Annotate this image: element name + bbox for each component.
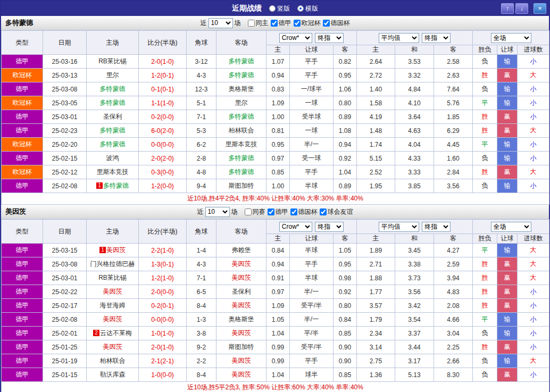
result-cell: 胜	[473, 285, 497, 299]
date-cell: 25-02-01	[43, 327, 87, 340]
asian-away-odds-cell: 0.85	[334, 368, 357, 382]
filter-checkbox[interactable]: 德国杯	[290, 207, 318, 216]
filter-checkbox[interactable]: 德甲	[271, 19, 291, 28]
euro-away-odds-cell: 3.94	[434, 271, 473, 285]
filter-checkbox-input[interactable]	[323, 20, 330, 27]
home-team-cell: 1多特蒙德	[87, 179, 139, 193]
filter-checkbox-input[interactable]	[294, 20, 301, 27]
euro-home-odds-cell: 1.74	[357, 138, 395, 152]
asian-away-odds-cell: 1.04	[334, 165, 357, 179]
corner-cell: 8-4	[187, 368, 216, 382]
fulltime-scope-select[interactable]: 全场	[491, 222, 531, 232]
home-team-cell: 里尔	[87, 69, 139, 82]
corner-cell: 1-3	[187, 313, 216, 327]
filter-checkbox[interactable]: 同赛	[245, 207, 265, 216]
euro-odds-time-select[interactable]: 终指	[422, 33, 451, 43]
match-count-select[interactable]: 10	[205, 207, 230, 217]
match-count-select[interactable]: 10	[209, 18, 233, 28]
euro-home-odds-cell: 5.15	[357, 152, 395, 165]
col-header-type: 类型	[2, 220, 43, 244]
euro-home-odds-cell: 1.89	[357, 244, 395, 257]
euro-away-odds-cell: 2.59	[434, 257, 473, 271]
score-cell: 2-0(1-0)	[139, 55, 187, 69]
euro-odds-source-select[interactable]: 平均值	[379, 33, 419, 43]
team-section-dortmund: 多特蒙德 近 10 场 同主德甲欧冠杯德国杯 类型 日期 主场 比分(半场) 角…	[1, 16, 549, 205]
handicap-cell: 一/球半	[290, 82, 334, 96]
match-row: 德甲25-03-151美因茨2-2(1-0)1-4弗赖堡0.84半球1.051.…	[2, 244, 549, 257]
match-row: 德甲25-02-08美因茨0-0(0-0)1-3奥格斯堡1.05半/一0.841…	[2, 313, 549, 327]
handicap-cell: 受半球	[290, 110, 334, 124]
away-team-cell: 美因茨	[216, 327, 266, 340]
vertical-layout-radio-input[interactable]	[269, 5, 276, 12]
home-team-cell: 美因茨	[87, 285, 139, 299]
score-cell: 1-2(0-1)	[139, 69, 187, 82]
league-cell: 欧冠杯	[2, 165, 43, 179]
euro-odds-source-select[interactable]: 平均值	[379, 222, 419, 232]
score-cell: 1-0(1-0)	[139, 327, 187, 340]
goals-cell: 小	[518, 110, 549, 124]
handicap-cell: 平手	[290, 354, 334, 368]
result-cell: 负	[473, 55, 497, 69]
filter-checkbox[interactable]: 德甲	[268, 207, 288, 216]
corner-cell: 9-4	[187, 179, 216, 193]
filter-checkbox[interactable]: 球会友谊	[320, 207, 353, 216]
filter-bar: 近 10 场 同赛德甲德国杯球会友谊	[1, 207, 549, 217]
euro-odds-time-select[interactable]: 终指	[422, 222, 451, 232]
fulltime-scope-select[interactable]: 全场	[491, 33, 531, 43]
home-team-cell: 海登海姆	[87, 299, 139, 313]
layout-radio-vertical[interactable]: 竖版	[269, 4, 290, 13]
team-badge: 1	[96, 182, 103, 189]
result-cell: 胜	[473, 271, 497, 285]
score-cell: 2-0(1-0)	[139, 340, 187, 354]
league-cell: 德甲	[2, 55, 43, 69]
filter-checkbox[interactable]: 欧冠杯	[294, 19, 321, 28]
handicap-result-cell: 输	[497, 96, 518, 110]
matches-table: 类型 日期 主场 比分(半场) 角球 客场 Crow* 终指 平均值 终指	[1, 30, 549, 205]
filter-checkbox-input[interactable]	[320, 208, 327, 215]
goals-cell: 小	[518, 82, 549, 96]
filter-checkbox-input[interactable]	[290, 208, 297, 215]
bookmaker-select[interactable]: Crow*	[279, 222, 312, 232]
corner-cell: 7-1	[187, 110, 216, 124]
euro-odds-group-header: 平均值 终指	[357, 220, 473, 234]
corner-cell: 4-3	[187, 69, 216, 82]
date-cell: 25-02-08	[43, 313, 87, 327]
handicap-result-cell: 赢	[497, 124, 518, 138]
euro-away-odds-cell: 6.29	[434, 124, 473, 138]
result-cell: 胜	[473, 340, 497, 354]
horizontal-layout-radio-input[interactable]	[297, 5, 304, 12]
filter-checkbox[interactable]: 德国杯	[323, 19, 350, 28]
asian-home-odds-cell: 0.84	[266, 244, 290, 257]
scroll-down-button[interactable]: ↓	[515, 3, 528, 14]
filter-checkbox-input[interactable]	[271, 20, 278, 27]
asian-odds-time-select[interactable]: 终指	[315, 33, 344, 43]
date-cell: 25-03-05	[43, 96, 87, 110]
euro-home-odds-cell: 2.34	[357, 327, 395, 340]
league-cell: 德甲	[2, 299, 43, 313]
asian-away-odds-cell: 0.82	[334, 55, 357, 69]
away-team-cell: 斯图加特	[216, 340, 266, 354]
euro-home-odds-cell: 2.71	[357, 257, 395, 271]
home-team-cell: 多特蒙德	[87, 82, 139, 96]
euro-draw-odds-cell: 3.17	[395, 354, 434, 368]
asian-odds-time-select[interactable]: 终指	[315, 222, 344, 232]
filter-checkbox-input[interactable]	[248, 20, 255, 27]
euro-draw-odds-cell: 3.56	[395, 285, 434, 299]
handicap-result-cell: 输	[497, 327, 518, 340]
layout-radio-horizontal[interactable]: 横版	[297, 4, 318, 13]
handicap-result-cell: 输	[497, 82, 518, 96]
scroll-up-button[interactable]: ↑	[501, 3, 514, 14]
euro-odds-group-header: 平均值 终指	[357, 31, 473, 45]
date-cell: 25-03-16	[43, 55, 87, 69]
close-button[interactable]: ×	[534, 3, 546, 14]
goals-cell: 小	[518, 299, 549, 313]
filter-checkbox[interactable]: 同主	[248, 19, 269, 28]
asian-home-odds-cell: 1.09	[266, 96, 290, 110]
col-header-away: 客场	[216, 31, 266, 55]
bookmaker-select[interactable]: Crow*	[279, 33, 312, 43]
league-cell: 德甲	[2, 257, 43, 271]
asian-home-odds-cell: 1.04	[266, 368, 290, 382]
filter-checkbox-input[interactable]	[268, 208, 274, 215]
filter-checkbox-input[interactable]	[245, 208, 252, 215]
handicap-cell: 半球	[290, 179, 334, 193]
